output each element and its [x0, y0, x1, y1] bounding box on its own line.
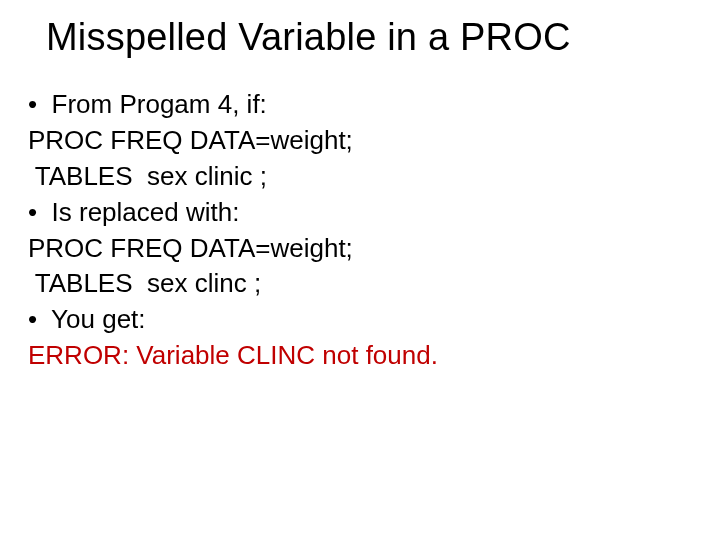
error-message: ERROR: Variable CLINC not found.: [28, 338, 692, 374]
slide-body: • From Progam 4, if: PROC FREQ DATA=weig…: [28, 87, 692, 374]
bullet-replaced: • Is replaced with:: [28, 195, 692, 231]
code-original-1: PROC FREQ DATA=weight;: [28, 123, 692, 159]
code-typo-2: TABLES sex clinc ;: [28, 266, 692, 302]
bullet-result: • You get:: [28, 302, 692, 338]
slide-title: Misspelled Variable in a PROC: [46, 16, 692, 59]
bullet-from: • From Progam 4, if:: [28, 87, 692, 123]
code-original-2: TABLES sex clinic ;: [28, 159, 692, 195]
code-typo-1: PROC FREQ DATA=weight;: [28, 231, 692, 267]
